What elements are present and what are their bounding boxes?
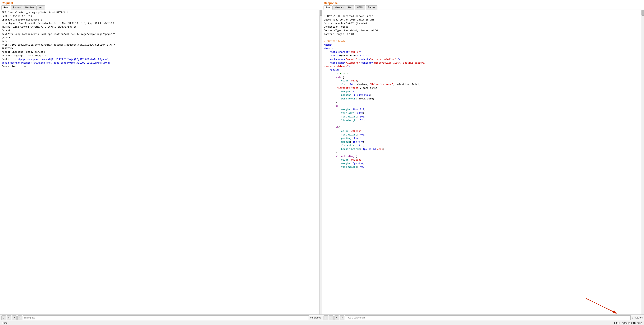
response-match-count: 0 matches — [632, 316, 643, 319]
request-match-count: 0 matches — [310, 316, 321, 319]
response-title: Response — [322, 0, 644, 5]
request-panel: Request Raw Params Headers Hex GET /port… — [0, 0, 322, 321]
status-bar: Done 68,173 bytes | 10,014 millis — [0, 321, 644, 325]
request-add-button[interactable]: + — [12, 316, 17, 320]
status-info: 68,173 bytes | 10,014 millis — [614, 322, 642, 325]
tab-request-hex[interactable]: Hex — [36, 5, 45, 9]
response-bottom-bar: ? < + > 0 matches — [322, 315, 644, 321]
tab-request-headers[interactable]: Headers — [23, 5, 36, 9]
response-help-button[interactable]: ? — [324, 316, 328, 320]
response-scrollbar-thumb[interactable] — [642, 10, 644, 16]
response-scrollbar[interactable] — [641, 10, 644, 315]
request-next-button[interactable]: > — [18, 316, 22, 320]
response-next-button[interactable]: > — [340, 316, 344, 320]
request-tabs: Raw Params Headers Hex — [0, 5, 322, 10]
request-search-input[interactable] — [23, 316, 309, 320]
response-tabs: Raw Headers Hex HTML Render — [322, 5, 644, 10]
response-panel: Response Raw Headers Hex HTML Render HTT… — [322, 0, 644, 321]
response-panel-wrapper: Response Raw Headers Hex HTML Render HTT… — [322, 0, 644, 321]
request-content: GET /portal/admin_category/index.html HT… — [0, 10, 319, 315]
request-help-button[interactable]: ? — [1, 316, 6, 320]
request-scrollbar[interactable] — [319, 10, 322, 315]
tab-response-raw[interactable]: Raw — [324, 5, 332, 9]
response-content: HTTP/1.1 500 Internal Server Error Date:… — [322, 10, 641, 315]
request-bottom-bar: ? < + > 0 matches — [0, 315, 322, 321]
tab-request-raw[interactable]: Raw — [1, 5, 10, 9]
request-title: Request — [0, 0, 322, 5]
tab-response-render[interactable]: Render — [366, 5, 378, 9]
request-scrollbar-thumb[interactable] — [320, 10, 322, 16]
status-done: Done — [2, 322, 8, 325]
request-prev-button[interactable]: < — [7, 316, 11, 320]
tab-response-hex[interactable]: Hex — [346, 5, 354, 9]
response-add-button[interactable]: + — [334, 316, 339, 320]
response-prev-button[interactable]: < — [329, 316, 334, 320]
tab-response-html[interactable]: HTML — [355, 5, 365, 9]
tab-request-params[interactable]: Params — [11, 5, 23, 9]
response-search-input[interactable] — [345, 316, 630, 320]
tab-response-headers[interactable]: Headers — [333, 5, 346, 9]
